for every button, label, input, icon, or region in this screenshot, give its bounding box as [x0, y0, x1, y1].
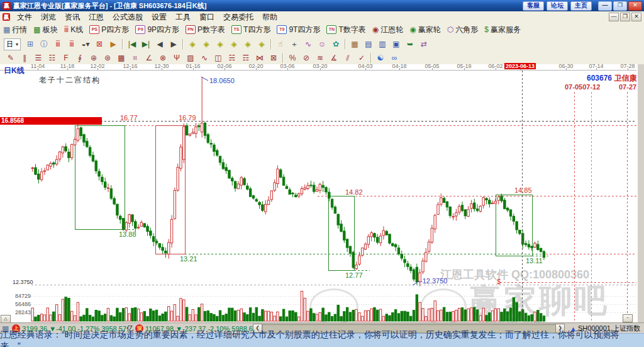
circle-x-icon[interactable]: ⊗ [156, 52, 170, 64]
crosshair-date-label: 2023-06-13 [504, 63, 536, 69]
adjust-price-icon[interactable]: ◒▾ [79, 38, 92, 50]
f-tool-icon[interactable]: F [59, 52, 73, 64]
forum-button[interactable]: 论坛 [547, 1, 568, 11]
winner-service-button[interactable]: $赢家服务 [481, 23, 524, 36]
last-bar-icon[interactable]: ▶| [139, 38, 153, 50]
box-x-icon[interactable]: ⊠ [267, 52, 280, 64]
restore-button[interactable]: ❐ [613, 1, 627, 11]
close-button[interactable]: ✕ [628, 1, 642, 11]
percent-icon[interactable]: % [286, 52, 299, 64]
menu-item-8[interactable]: 交易委托 [219, 11, 258, 23]
crosshair-tool-icon[interactable]: ＋ [287, 38, 301, 50]
p-table-button[interactable]: PNP数字表 [182, 23, 228, 36]
pen-tool-icon[interactable]: ✎ [4, 52, 18, 64]
collapse-pane-button[interactable]: − [623, 314, 633, 322]
psi-tool-icon[interactable]: Ψ [170, 52, 184, 64]
flower-icon[interactable]: ✿ [329, 38, 343, 50]
sectors-button[interactable]: ▩板块 [30, 23, 60, 36]
zigzag-icon[interactable]: ∿ [197, 52, 211, 64]
menu-item-5[interactable]: 设置 [147, 11, 171, 23]
calendar-icon[interactable]: ▦ [348, 38, 362, 50]
circle-cross-icon[interactable]: ⊕ [87, 52, 101, 64]
period-dropdown[interactable]: 日 ▾ [4, 38, 21, 50]
mdi-close-button[interactable]: ✕ [631, 13, 641, 21]
p-square-button-icon: PS [89, 25, 99, 34]
future-date-2: 07-12 [582, 83, 600, 91]
t-square-button-label: T四方形 [243, 25, 270, 35]
first-bar-icon[interactable]: |◀ [125, 38, 139, 50]
gann-diamond-4-icon[interactable]: ◈ [227, 38, 241, 50]
export-icon[interactable]: ➥ [403, 38, 417, 50]
mini-kline2-icon[interactable]: ⅲ [65, 38, 79, 50]
hatch-tool-icon[interactable]: ∥ [18, 52, 31, 64]
menu-item-7[interactable]: 窗口 [195, 11, 219, 23]
menu-item-2[interactable]: 资讯 [60, 11, 84, 23]
yinyang-icon[interactable]: ☯ [374, 52, 387, 64]
9t-square-button[interactable]: T99T四方形 [274, 23, 323, 36]
gann-diamond-3-icon[interactable]: ◈ [213, 38, 227, 50]
asterisk-circle-icon[interactable]: ⊛ [101, 52, 114, 64]
transfer-icon[interactable]: ⇄ [417, 38, 431, 50]
mdi-restore-button[interactable]: ❐ [620, 13, 630, 21]
mini-kline-icon[interactable]: ⅲ [51, 38, 65, 50]
check-tool-icon[interactable]: ✓ [355, 52, 369, 64]
gann-wheel-button[interactable]: ◉江恩轮 [369, 23, 406, 36]
date-axis-label: 07-14 [589, 63, 603, 69]
p-square-button[interactable]: PSP四方形 [86, 23, 132, 36]
kline-button[interactable]: ⅲK线 [61, 23, 87, 36]
gann-diamond-1-icon[interactable]: ◈ [186, 38, 199, 50]
menu-item-9[interactable]: 帮助 [258, 11, 282, 23]
wave-tool-icon[interactable]: ∿ [301, 38, 315, 50]
window-style-icon[interactable]: ⊞ [23, 38, 37, 50]
next-bar-icon[interactable]: ▶ [167, 38, 180, 50]
menu-item-6[interactable]: 工具 [171, 11, 195, 23]
face-icon[interactable]: ☺ [315, 38, 329, 50]
info-icon[interactable]: ⓘ [37, 38, 51, 50]
mdi-minimize-button[interactable]: — [609, 13, 619, 21]
bowtie-icon[interactable]: ⋈ [253, 52, 267, 64]
kline-style-icon[interactable]: ⊠ [92, 38, 106, 50]
9p-square-button-icon: P9 [135, 25, 145, 34]
gann-diamond-5-icon[interactable]: ◈ [241, 38, 255, 50]
menu-item-1[interactable]: 浏览 [36, 11, 60, 23]
save-icon[interactable]: ▣ [389, 38, 403, 50]
9p-square-button[interactable]: P99P四方形 [132, 23, 182, 36]
hash-tool-icon[interactable]: ⌗ [128, 52, 142, 64]
gann-grid-icon[interactable]: ☰ [31, 52, 45, 64]
gann-diamond-2-icon[interactable]: ◈ [199, 38, 213, 50]
shade-grid-icon[interactable]: ▨ [184, 52, 197, 64]
gold-ratio-icon[interactable]: ≋ [313, 52, 327, 64]
grid-fill-icon[interactable]: ▩ [114, 52, 128, 64]
infinity-icon[interactable]: ∞ [387, 52, 401, 64]
menu-item-4[interactable]: 公式选股 [108, 11, 147, 23]
t-table-button[interactable]: TNT数字表 [323, 23, 369, 36]
t-square-button[interactable]: TST四方形 [228, 23, 274, 36]
angle-tool-icon[interactable]: ∠ [142, 52, 156, 64]
spiral-tool-icon[interactable]: ∮ [73, 52, 87, 64]
mountain-trigram-icon[interactable]: ☶ [239, 52, 253, 64]
trigram-icon[interactable]: ☷ [45, 52, 59, 64]
split-window-icon[interactable]: ◫ [211, 52, 225, 64]
menu-item-3[interactable]: 江恩 [84, 11, 108, 23]
parallel-lines-icon[interactable]: ⫽ [341, 52, 355, 64]
menu-item-0[interactable]: 文件 [13, 11, 36, 23]
angle2-icon[interactable]: ∡ [327, 52, 341, 64]
prev-bar-icon[interactable]: ◀ [153, 38, 167, 50]
winner-wheel-button[interactable]: ◉赢家轮 [406, 23, 443, 36]
slash-circle-icon[interactable]: ⊘ [299, 52, 313, 64]
play-icon[interactable]: ▶ [106, 38, 120, 50]
hexagon-button[interactable]: ⬡六角形 [444, 23, 481, 36]
homepage-button[interactable]: 主页 [570, 1, 592, 11]
gann-diamond-6-icon[interactable]: ◈ [255, 38, 269, 50]
price-annotation: -12.3750 [420, 277, 447, 285]
customer-service-button[interactable]: 客服 [523, 1, 544, 11]
water-trigram-icon[interactable]: ☵ [225, 52, 239, 64]
hand-tool-icon[interactable]: ☝ [274, 38, 287, 50]
report-icon[interactable]: ▥ [375, 38, 389, 50]
quotes-button-icon: ▦ [3, 25, 10, 34]
gann-wheel-button-icon: ◉ [372, 25, 379, 34]
quotes-button[interactable]: ▦行情 [0, 23, 30, 36]
calculator-icon[interactable]: ▤ [362, 38, 375, 50]
stock-identity: 603676 卫信康 [587, 73, 636, 84]
minimize-button[interactable]: — [598, 1, 612, 11]
